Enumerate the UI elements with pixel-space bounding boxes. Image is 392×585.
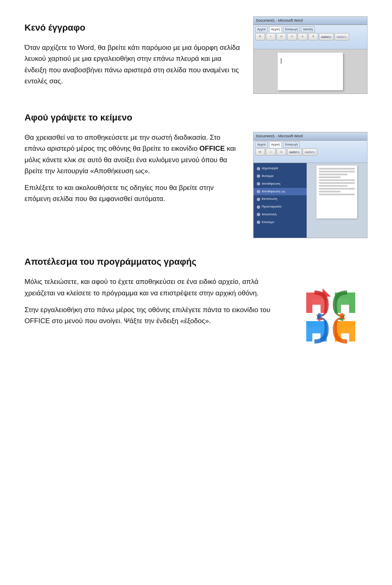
office-page-mini — [316, 165, 357, 219]
word-ribbon-1: Αρχείο Αρχική Εισαγωγή Διάταξη B I U ≡ A… — [254, 25, 367, 49]
off-tab-insert[interactable]: Εισαγωγή — [283, 141, 300, 147]
off-btn-3[interactable]: U — [276, 148, 286, 156]
tab-layout[interactable]: Διάταξη — [301, 26, 315, 32]
section2-text: Θα χρειασθεί να το αποθηκεύσετε με την σ… — [24, 132, 241, 210]
off-btn-2[interactable]: I — [266, 148, 276, 156]
section-blank-document: Κενό έγγραφο Όταν αρχίζετε το Word, θα β… — [24, 16, 368, 94]
mini-line-9 — [319, 191, 341, 192]
menu-item-save[interactable]: Αποθήκευση — [254, 180, 307, 188]
tab-insert[interactable]: Εισαγωγή — [283, 26, 300, 32]
menu-icon-save — [257, 182, 260, 185]
word-titlebar-1: Document1 - Microsoft Word — [254, 17, 367, 25]
off-btn-1[interactable]: B — [255, 148, 265, 156]
office-menu: Δημιουργία Άνοιγμα Αποθήκευση Αποθή — [254, 163, 307, 238]
office-screenshot: Document1 - Microsoft Word Αρχείο Αρχική… — [253, 132, 368, 238]
menu-icon-new — [257, 167, 260, 170]
menu-icon-close — [257, 221, 260, 224]
mini-line-4 — [319, 176, 341, 178]
ribbon-btn-1[interactable]: B — [255, 33, 265, 40]
menu-icon-print — [257, 198, 260, 201]
ribbon-tabs-row: Αρχείο Αρχική Εισαγωγή Διάταξη — [255, 26, 365, 32]
off-tab-home[interactable]: Αρχική — [269, 141, 282, 147]
section1-image: Document1 - Microsoft Word Αρχείο Αρχική… — [253, 16, 368, 94]
section3-para2: Στην εργαλειοθήκη στο πάνω μέρος της οθό… — [24, 304, 282, 326]
section1-title: Κενό έγγραφο — [24, 20, 241, 35]
section-result: Αποτέλεσμα του προγράμματος γραφής Μόλις… — [24, 255, 368, 350]
word-page-1 — [278, 53, 343, 90]
mini-line-5 — [319, 179, 355, 181]
section3-image — [294, 276, 368, 350]
section-after-writing: Αφού γράψετε το κείμενο Θα χρειασθεί να … — [24, 110, 368, 238]
word-title-text: Document1 - Microsoft Word — [256, 18, 303, 23]
menu-icon-saveas — [257, 190, 260, 193]
section2-image: Document1 - Microsoft Word Αρχείο Αρχική… — [253, 132, 368, 238]
word-doc-area-1 — [254, 49, 367, 94]
ribbon-btn-3[interactable]: U — [276, 33, 286, 40]
section3-para1: Μόλις τελειώσετε, και αφού το έχετε αποθ… — [24, 276, 282, 298]
mini-line-6 — [319, 182, 355, 184]
office-ribbon: Αρχείο Αρχική Εισαγωγή B I U AaBbCc AaBb… — [254, 141, 367, 163]
tab-home[interactable]: Αρχική — [269, 26, 282, 32]
section3-body: Μόλις τελειώσετε, και αφού το έχετε αποθ… — [24, 276, 368, 350]
menu-icon-open — [257, 174, 260, 178]
ribbon-btn-2[interactable]: I — [266, 33, 276, 40]
menu-icon-prepare — [257, 205, 260, 209]
section2-para1: Θα χρειασθεί να το αποθηκεύσετε με την σ… — [24, 132, 241, 176]
ribbon-btn-5[interactable]: A — [298, 33, 307, 40]
menu-icon-send — [257, 213, 260, 216]
office-logo-svg — [298, 284, 363, 350]
mini-line-8 — [319, 188, 355, 190]
menu-item-open[interactable]: Άνοιγμα — [254, 172, 307, 180]
mini-line-7 — [319, 185, 347, 187]
section1-text: Κενό έγγραφο Όταν αρχίζετε το Word, θα β… — [24, 16, 241, 92]
office-title-text: Document1 - Microsoft Word — [256, 133, 303, 139]
section1-paragraph: Όταν αρχίζετε το Word, θα βρείτε κάτι πα… — [24, 42, 241, 87]
office-doc-preview — [307, 163, 367, 238]
word-cursor — [281, 58, 281, 64]
section2-para2: Επιλέξετε το και ακολουθήσετε τις οδηγίε… — [24, 182, 241, 204]
word-screenshot-1: Document1 - Microsoft Word Αρχείο Αρχική… — [253, 16, 368, 94]
section3-title: Αποτέλεσμα του προγράμματος γραφής — [24, 255, 368, 269]
off-btn-5[interactable]: AaBbCc — [303, 148, 317, 156]
section2-title: Αφού γράψετε το κείμενο — [24, 110, 368, 125]
menu-item-prepare[interactable]: Προετοιμασία — [254, 203, 307, 211]
mini-line-3 — [319, 174, 347, 175]
ribbon-btn-8[interactable]: AaBbCc — [334, 33, 349, 40]
office-body: Δημιουργία Άνοιγμα Αποθήκευση Αποθή — [254, 163, 367, 238]
section2-body: Θα χρειασθεί να το αποθηκεύσετε με την σ… — [24, 132, 368, 238]
off-tab-file[interactable]: Αρχείο — [255, 141, 268, 147]
menu-item-close[interactable]: Κλείσιμο — [254, 219, 307, 226]
mini-line-10 — [319, 194, 355, 195]
office-ribbon-tools: B I U AaBbCc AaBbCc — [255, 148, 365, 156]
mini-line-1 — [319, 168, 355, 170]
menu-item-print[interactable]: Εκτύπωση — [254, 195, 307, 203]
menu-item-send[interactable]: Αποστολή — [254, 211, 307, 219]
ribbon-btn-7[interactable]: AaBbCc — [319, 33, 334, 40]
section2-bold-word: OFFICE — [199, 145, 225, 152]
ribbon-tools: B I U ≡ A ¶ AaBbCc AaBbCc — [255, 33, 365, 40]
office-ribbon-tabs: Αρχείο Αρχική Εισαγωγή — [255, 141, 365, 147]
menu-item-new[interactable]: Δημιουργία — [254, 165, 307, 172]
ribbon-btn-6[interactable]: ¶ — [308, 33, 318, 40]
office-titlebar: Document1 - Microsoft Word — [254, 132, 367, 141]
ribbon-btn-4[interactable]: ≡ — [287, 33, 297, 40]
section3-text: Μόλις τελειώσετε, και αφού το έχετε αποθ… — [24, 276, 282, 332]
menu-item-saveas[interactable]: Αποθήκευση ως — [254, 188, 307, 196]
tab-file[interactable]: Αρχείο — [255, 26, 268, 32]
off-btn-4[interactable]: AaBbCc — [287, 148, 302, 156]
mini-line-2 — [319, 171, 355, 172]
